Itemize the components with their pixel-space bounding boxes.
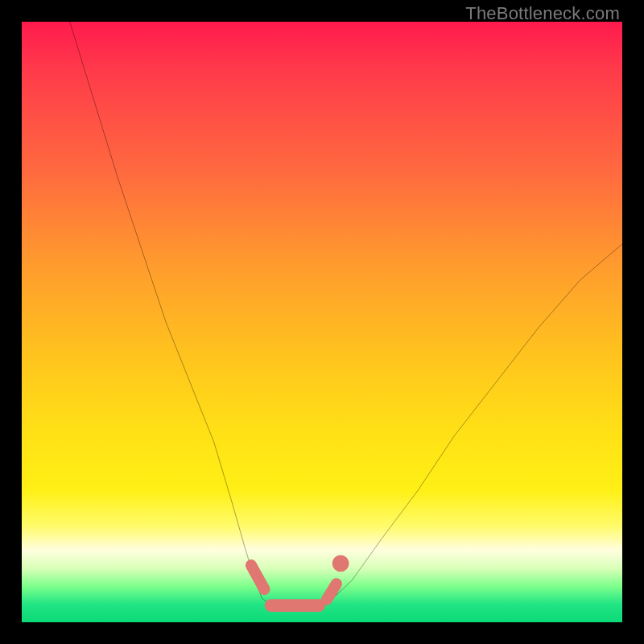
plot-area [22,22,622,622]
chart-svg [22,22,622,622]
chart-frame: TheBottleneck.com [0,0,644,644]
valley-markers [251,558,346,605]
bottleneck-curve [70,22,622,610]
marker-blob [251,565,264,589]
marker-blob [327,584,336,599]
marker-dot [335,558,345,568]
